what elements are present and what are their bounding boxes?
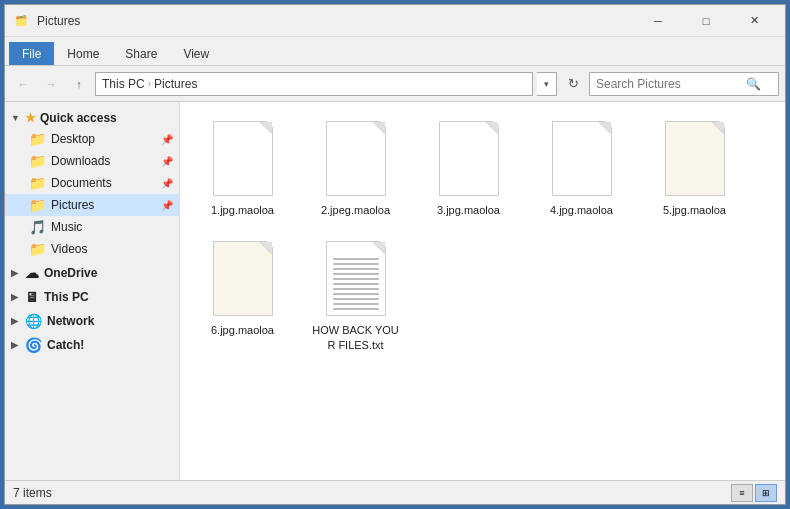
expand-arrow-quickaccess: ▼: [11, 113, 21, 123]
quickaccess-star-icon: ★: [25, 111, 36, 125]
catch-icon: 🌀: [25, 337, 42, 353]
sidebar-item-music[interactable]: 🎵 Music: [5, 216, 179, 238]
maximize-button[interactable]: □: [683, 7, 729, 35]
file-item-6[interactable]: HOW BACK YOUR FILES.txt: [303, 232, 408, 359]
file-name-2: 3.jpg.maoloa: [437, 203, 500, 217]
network-icon: 🌐: [25, 313, 42, 329]
sidebar-item-downloads[interactable]: 📁 Downloads 📌: [5, 150, 179, 172]
expand-arrow-network: ▶: [11, 316, 21, 326]
file-icon-page-3: [552, 121, 612, 196]
file-icon-wrapper-5: [208, 239, 278, 319]
ribbon: File Home Share View: [5, 37, 785, 66]
tab-share[interactable]: Share: [112, 42, 170, 65]
file-icon-wrapper-1: [321, 119, 391, 199]
ribbon-tabs: File Home Share View: [5, 37, 785, 65]
view-icons: ≡ ⊞: [731, 484, 777, 502]
status-count: 7 items: [13, 486, 731, 500]
main-content: ▼ ★ Quick access 📁 Desktop 📌 📁 Downloads…: [5, 102, 785, 480]
file-icon-wrapper-6: [321, 239, 391, 319]
file-name-6: HOW BACK YOUR FILES.txt: [310, 323, 401, 352]
sidebar-network-header[interactable]: ▶ 🌐 Network: [5, 310, 179, 332]
sidebar-section-thispc: ▶ 🖥 This PC: [5, 286, 179, 308]
onedrive-label: OneDrive: [44, 266, 97, 280]
file-item-3[interactable]: 4.jpg.maoloa: [529, 112, 634, 224]
file-icon-page-0: [213, 121, 273, 196]
sidebar-section-quickaccess: ▼ ★ Quick access 📁 Desktop 📌 📁 Downloads…: [5, 108, 179, 260]
file-item-4[interactable]: 5.jpg.maoloa: [642, 112, 747, 224]
window-controls: ─ □ ✕: [635, 7, 777, 35]
address-dropdown[interactable]: ▾: [537, 72, 557, 96]
breadcrumb-thispc: This PC: [102, 77, 145, 91]
back-button[interactable]: ←: [11, 72, 35, 96]
sidebar-item-documents[interactable]: 📁 Documents 📌: [5, 172, 179, 194]
title-bar-icons: 🗂️: [13, 13, 29, 29]
sidebar-catch-header[interactable]: ▶ 🌀 Catch!: [5, 334, 179, 356]
sidebar-item-pictures[interactable]: 📁 Pictures 📌: [5, 194, 179, 216]
tab-file[interactable]: File: [9, 42, 54, 65]
desktop-pin-icon: 📌: [161, 134, 173, 145]
sidebar-item-desktop[interactable]: 📁 Desktop 📌: [5, 128, 179, 150]
thispc-icon: 🖥: [25, 289, 39, 305]
close-button[interactable]: ✕: [731, 7, 777, 35]
sidebar: ▼ ★ Quick access 📁 Desktop 📌 📁 Downloads…: [5, 102, 180, 480]
sidebar-section-catch: ▶ 🌀 Catch!: [5, 334, 179, 356]
view-list-button[interactable]: ≡: [731, 484, 753, 502]
file-name-3: 4.jpg.maoloa: [550, 203, 613, 217]
refresh-button[interactable]: ↻: [561, 72, 585, 96]
sidebar-onedrive-header[interactable]: ▶ ☁ OneDrive: [5, 262, 179, 284]
sidebar-thispc-header[interactable]: ▶ 🖥 This PC: [5, 286, 179, 308]
sidebar-item-videos[interactable]: 📁 Videos: [5, 238, 179, 260]
catch-label: Catch!: [47, 338, 84, 352]
videos-label: Videos: [51, 242, 87, 256]
minimize-button[interactable]: ─: [635, 7, 681, 35]
pictures-label: Pictures: [51, 198, 94, 212]
sidebar-section-network: ▶ 🌐 Network: [5, 310, 179, 332]
onedrive-icon: ☁: [25, 265, 39, 281]
file-name-5: 6.jpg.maoloa: [211, 323, 274, 337]
search-input[interactable]: [596, 77, 746, 91]
file-icon-page-1: [326, 121, 386, 196]
forward-button[interactable]: →: [39, 72, 63, 96]
search-icon: 🔍: [746, 77, 761, 91]
pictures-folder-icon: 📁: [29, 197, 46, 213]
sidebar-quickaccess-header[interactable]: ▼ ★ Quick access: [5, 108, 179, 128]
file-icon-page-5: [213, 241, 273, 316]
up-button[interactable]: ↑: [67, 72, 91, 96]
file-area: 1.jpg.maoloa 2.jpeg.maoloa 3.jpg.maoloa: [180, 102, 785, 480]
file-icon-wrapper-3: [547, 119, 617, 199]
music-folder-icon: 🎵: [29, 219, 46, 235]
file-item-1[interactable]: 2.jpeg.maoloa: [303, 112, 408, 224]
file-item-2[interactable]: 3.jpg.maoloa: [416, 112, 521, 224]
file-name-4: 5.jpg.maoloa: [663, 203, 726, 217]
tab-home[interactable]: Home: [54, 42, 112, 65]
sidebar-section-onedrive: ▶ ☁ OneDrive: [5, 262, 179, 284]
downloads-pin-icon: 📌: [161, 156, 173, 167]
file-item-0[interactable]: 1.jpg.maoloa: [190, 112, 295, 224]
view-large-icons-button[interactable]: ⊞: [755, 484, 777, 502]
file-item-5[interactable]: 6.jpg.maoloa: [190, 232, 295, 359]
title-bar: 🗂️ Pictures ─ □ ✕: [5, 5, 785, 37]
documents-pin-icon: 📌: [161, 178, 173, 189]
thispc-label: This PC: [44, 290, 89, 304]
breadcrumb-pictures: Pictures: [154, 77, 197, 91]
pictures-pin-icon: 📌: [161, 200, 173, 211]
address-path[interactable]: This PC › Pictures: [95, 72, 533, 96]
status-bar: 7 items ≡ ⊞: [5, 480, 785, 504]
tab-view[interactable]: View: [170, 42, 222, 65]
expand-arrow-thispc: ▶: [11, 292, 21, 302]
title-icon-1: 🗂️: [13, 13, 29, 29]
music-label: Music: [51, 220, 82, 234]
file-icon-wrapper-4: [660, 119, 730, 199]
downloads-label: Downloads: [51, 154, 110, 168]
files-grid: 1.jpg.maoloa 2.jpeg.maoloa 3.jpg.maoloa: [190, 112, 775, 359]
breadcrumb-sep-1: ›: [148, 78, 151, 89]
file-icon-page-2: [439, 121, 499, 196]
quickaccess-label: Quick access: [40, 111, 117, 125]
desktop-folder-icon: 📁: [29, 131, 46, 147]
file-icon-page-4: [665, 121, 725, 196]
search-box[interactable]: 🔍: [589, 72, 779, 96]
expand-arrow-catch: ▶: [11, 340, 21, 350]
txt-lines: [333, 258, 379, 313]
network-label: Network: [47, 314, 94, 328]
file-name-1: 2.jpeg.maoloa: [321, 203, 390, 217]
